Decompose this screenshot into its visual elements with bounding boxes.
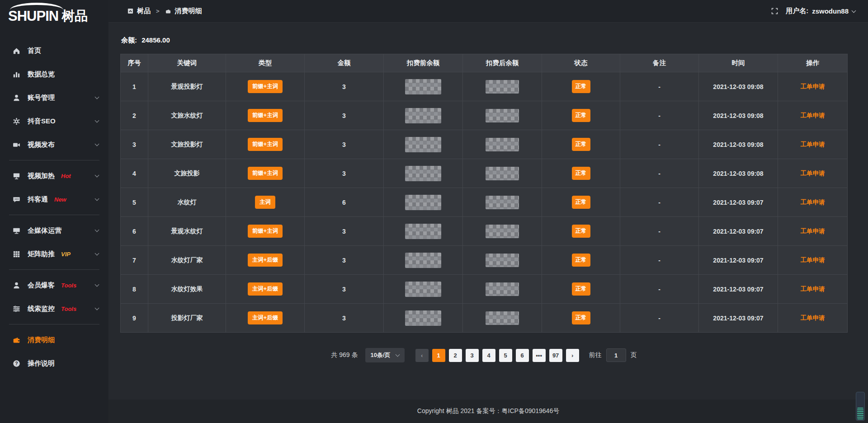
- col-header-action: 操作: [778, 54, 848, 72]
- sidebar-divider: [9, 324, 99, 324]
- cell-status: 正常: [542, 217, 620, 246]
- new-tag: New: [54, 196, 66, 203]
- cell-amount: 3: [305, 159, 384, 188]
- cell-time: 2021-12-03 09:08: [699, 130, 778, 159]
- cell-amount: 3: [305, 246, 384, 275]
- ticket-request-link[interactable]: 工单申请: [801, 141, 825, 148]
- ticket-request-link[interactable]: 工单申请: [801, 315, 825, 321]
- top-header: 树品 > 消费明细 用户名: zswodun88: [108, 0, 868, 23]
- masked-value: [405, 108, 441, 123]
- username-value: zswodun88: [812, 7, 849, 15]
- fullscreen-icon[interactable]: [771, 7, 778, 15]
- chevron-down-icon: [95, 142, 99, 146]
- sidebar-item-matrix-boost[interactable]: 矩阵助推 VIP: [0, 242, 108, 266]
- cell-remark: -: [620, 101, 699, 130]
- cell-index: 8: [121, 275, 148, 304]
- ticket-request-link[interactable]: 工单申请: [801, 170, 825, 177]
- cell-keyword: 文旅水纹灯: [148, 101, 226, 130]
- status-badge: 正常: [572, 138, 590, 151]
- chevron-down-icon: [395, 352, 400, 357]
- cell-type: 前缀+主词: [226, 159, 305, 188]
- prev-page-button[interactable]: ‹: [415, 349, 429, 362]
- page-button-5[interactable]: 5: [499, 349, 512, 362]
- status-badge: 正常: [572, 282, 590, 296]
- sidebar-item-home[interactable]: 首页: [0, 39, 108, 62]
- chevron-down-icon: [95, 282, 99, 287]
- sidebar-item-consumption-detail[interactable]: 消费明细: [0, 328, 108, 352]
- sidebar-item-account[interactable]: 账号管理: [0, 86, 108, 109]
- chevron-down-icon: [95, 118, 99, 123]
- sidebar-item-douyin-seo[interactable]: 抖音SEO: [0, 109, 108, 133]
- sidebar-item-label: 抖音SEO: [28, 117, 56, 126]
- more-pages-button[interactable]: •••: [533, 349, 546, 362]
- cell-time: 2021-12-03 09:07: [699, 304, 778, 333]
- monitor-icon: [12, 226, 21, 235]
- cell-time: 2021-12-03 09:07: [699, 217, 778, 246]
- consumption-table: 序号 关键词 类型 金额 扣费前余额 扣费后余额 状态 备注 时间 操作 1: [120, 54, 848, 333]
- sidebar-item-lead-monitor[interactable]: 线索监控 Tools: [0, 297, 108, 320]
- page-button-2[interactable]: 2: [449, 349, 462, 362]
- sidebar-item-label: 视频发布: [28, 141, 55, 149]
- app-logo: SHUPIN 树品: [0, 0, 108, 33]
- masked-value: [486, 225, 519, 238]
- status-badge: 正常: [572, 80, 590, 93]
- ticket-request-link[interactable]: 工单申请: [801, 228, 825, 235]
- masked-value: [405, 195, 441, 210]
- sliders-icon: [12, 304, 21, 313]
- floating-scroll-widget[interactable]: [856, 392, 865, 421]
- cell-keyword: 水纹灯: [148, 188, 226, 217]
- goto-page-input[interactable]: [606, 348, 626, 362]
- cell-type: 主词+后缀: [226, 304, 305, 333]
- sidebar-item-omni-media[interactable]: 全媒体运营: [0, 219, 108, 242]
- ticket-request-link[interactable]: 工单申请: [801, 83, 825, 90]
- col-header-balance-after: 扣费后余额: [463, 54, 542, 72]
- table-row: 9 投影灯厂家 主词+后缀 3 正常 - 2021-12-03 09:07 工单…: [121, 304, 848, 333]
- sidebar-item-data-overview[interactable]: 数据总览: [0, 62, 108, 86]
- cell-index: 1: [121, 72, 148, 101]
- next-page-button[interactable]: ›: [566, 349, 579, 362]
- sidebar-item-instructions[interactable]: ? 操作说明: [0, 352, 108, 375]
- sidebar-item-video-publish[interactable]: 视频发布: [0, 133, 108, 156]
- sidebar-item-douketong[interactable]: 抖客通 New: [0, 188, 108, 211]
- sidebar-item-video-heat[interactable]: 视频加热 Hot: [0, 164, 108, 188]
- cell-keyword: 文旅投影: [148, 159, 226, 188]
- sidebar-item-label: 数据总览: [28, 70, 55, 79]
- sidebar-divider: [9, 269, 99, 270]
- table-row: 8 水纹灯效果 主词+后缀 3 正常 - 2021-12-03 09:07 工单…: [121, 275, 848, 304]
- sidebar-item-label: 视频加热: [28, 172, 55, 180]
- ticket-request-link[interactable]: 工单申请: [801, 257, 825, 263]
- page-button-6[interactable]: 6: [516, 349, 529, 362]
- breadcrumb-item-current[interactable]: 消费明细: [165, 7, 202, 15]
- breadcrumb-root-icon: [127, 8, 133, 14]
- col-header-amount: 金额: [305, 54, 384, 72]
- cell-balance-after: [463, 101, 542, 130]
- sidebar-item-member-burst[interactable]: 会员爆客 Tools: [0, 273, 108, 297]
- wallet-icon: [12, 335, 21, 344]
- sidebar-divider: [9, 160, 99, 160]
- cell-time: 2021-12-03 09:08: [699, 72, 778, 101]
- cell-type: 前缀+主词: [226, 101, 305, 130]
- sidebar-item-label: 首页: [28, 47, 41, 55]
- cell-action: 工单申请: [778, 130, 848, 159]
- table-row: 1 景观投影灯 前缀+主词 3 正常 - 2021-12-03 09:08 工单…: [121, 72, 848, 101]
- col-header-remark: 备注: [620, 54, 699, 72]
- masked-value: [486, 109, 519, 122]
- page-button-4[interactable]: 4: [482, 349, 495, 362]
- cell-amount: 3: [305, 130, 384, 159]
- bar-chart-icon: [12, 70, 21, 79]
- cell-balance-after: [463, 246, 542, 275]
- page-size-select[interactable]: 10条/页: [365, 348, 405, 362]
- cell-keyword: 投影灯厂家: [148, 304, 226, 333]
- breadcrumb-item-root[interactable]: 树品: [127, 7, 151, 15]
- ticket-request-link[interactable]: 工单申请: [801, 199, 825, 206]
- ticket-request-link[interactable]: 工单申请: [801, 112, 825, 119]
- page-footer: Copyright 树品 2021 备案号：粤ICP备09019646号: [108, 400, 868, 423]
- cell-action: 工单申请: [778, 246, 848, 275]
- user-menu[interactable]: 用户名: zswodun88: [786, 7, 855, 15]
- ticket-request-link[interactable]: 工单申请: [801, 286, 825, 292]
- page-button-1[interactable]: 1: [432, 349, 445, 362]
- chevron-down-icon: [95, 251, 99, 256]
- page-button-97[interactable]: 97: [549, 349, 562, 362]
- cell-index: 5: [121, 188, 148, 217]
- page-button-3[interactable]: 3: [466, 349, 479, 362]
